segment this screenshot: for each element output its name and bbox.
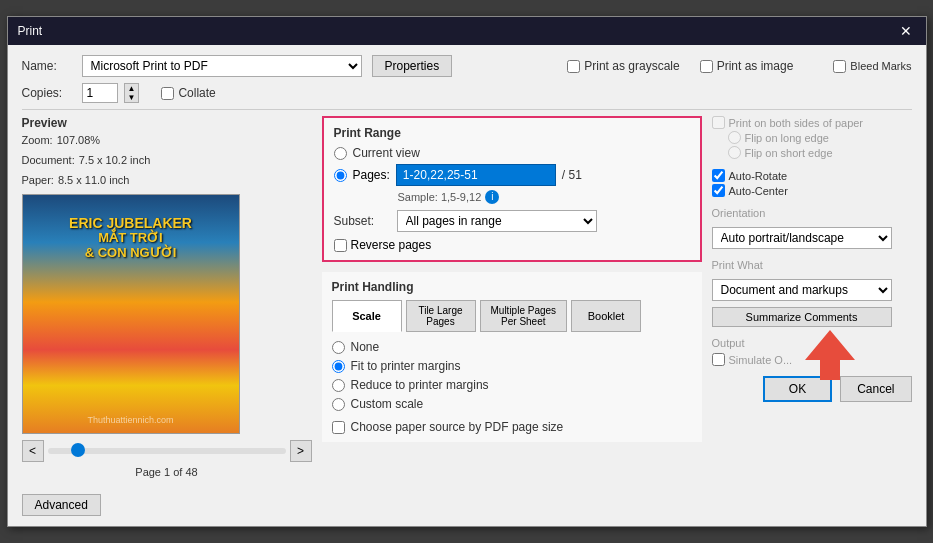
print-range-title: Print Range [334,126,690,140]
copies-spinner[interactable]: ▲ ▼ [124,83,140,103]
current-view-row: Current view [334,146,690,160]
paper-row: Paper: 8.5 x 11.0 inch [22,174,312,188]
auto-section: Auto-Rotate Auto-Center [712,169,912,197]
document-value: 7.5 x 10.2 inch [79,154,151,166]
reverse-pages-checkbox[interactable] [334,239,347,252]
prev-page-button[interactable]: < [22,440,44,462]
dialog-body: Name: Microsoft Print to PDF Properties … [8,45,926,526]
radio-custom[interactable] [332,398,345,411]
preview-panel: Preview Zoom: 107.08% Document: 7.5 x 10… [22,116,312,516]
divider-top [22,109,912,110]
both-sides-checkbox[interactable]: Print on both sides of paper [712,116,912,129]
page-slider-thumb [71,443,85,457]
right-panel: Print on both sides of paper Flip on lon… [712,116,912,516]
preview-label: Preview [22,116,312,130]
pages-total: / 51 [562,168,582,182]
close-button[interactable]: ✕ [896,23,916,39]
radio-reduce[interactable] [332,379,345,392]
middle-panel: Print Range Current view Pages: 1-20,22,… [322,116,702,516]
pagination-row: < > [22,440,312,462]
ok-cancel-row: OK Cancel [712,376,912,408]
printer-label: Name: [22,59,82,73]
option-none: None [332,340,692,354]
advanced-button[interactable]: Advanced [22,494,101,516]
choose-paper-checkbox[interactable] [332,421,345,434]
pages-radio-label: Pages: [353,168,390,182]
tab-booklet[interactable]: Booklet [571,300,641,332]
label-none: None [351,340,380,354]
collate-checkbox[interactable]: Collate [161,86,215,100]
dialog-title: Print [18,24,43,38]
subset-select[interactable]: All pages in rangeOdd pages onlyEven pag… [397,210,597,232]
orientation-select[interactable]: Auto portrait/landscapePortraitLandscape [712,227,892,249]
flip-long-label: Flip on long edge [745,132,829,144]
page-info: Page 1 of 48 [22,466,312,478]
copies-input-group: 1 ▲ ▼ Collate [82,83,216,103]
copies-up-arrow[interactable]: ▲ [125,84,139,93]
copies-row: Copies: 1 ▲ ▼ Collate [22,83,912,103]
bleed-marks-checkbox[interactable]: Bleed Marks [833,60,911,73]
svg-marker-0 [805,330,855,380]
print-what-section: Print What Document and markupsDocument … [712,259,912,327]
auto-rotate-checkbox[interactable]: Auto-Rotate [712,169,912,182]
label-custom: Custom scale [351,397,424,411]
current-view-label: Current view [353,146,420,160]
option-custom: Custom scale [332,397,692,411]
main-content: Preview Zoom: 107.08% Document: 7.5 x 10… [22,116,912,516]
book-cover: ERIC JUBELAKER MẮT TRỜI& CON NGƯỜI Thuth… [23,195,239,433]
tab-scale[interactable]: Scale [332,300,402,332]
radio-fit[interactable] [332,360,345,373]
sample-row: Sample: 1,5-9,12 i [398,190,690,204]
orientation-section: Orientation Auto portrait/landscapePortr… [712,207,912,249]
book-title-overlay: ERIC JUBELAKER [69,215,192,231]
print-what-title: Print What [712,259,912,271]
red-arrow [800,330,860,380]
copies-input[interactable]: 1 [82,83,118,103]
both-sides-section: Print on both sides of paper Flip on lon… [712,116,912,159]
info-icon[interactable]: i [485,190,499,204]
properties-button[interactable]: Properties [372,55,453,77]
label-fit: Fit to printer margins [351,359,461,373]
copies-down-arrow[interactable]: ▼ [125,93,139,102]
both-sides-label: Print on both sides of paper [729,117,864,129]
choose-paper-label: Choose paper source by PDF page size [351,420,564,434]
tab-multiple-pages[interactable]: Multiple Pages Per Sheet [480,300,568,332]
pages-radio[interactable] [334,169,347,182]
label-reduce: Reduce to printer margins [351,378,489,392]
zoom-value: 107.08% [57,134,100,146]
print-handling-title: Print Handling [332,280,692,294]
document-label: Document: [22,154,75,166]
printer-select[interactable]: Microsoft Print to PDF [82,55,362,77]
print-what-select[interactable]: Document and markupsDocument onlyForm fi… [712,279,892,301]
page-slider[interactable] [48,448,286,454]
pages-input[interactable]: 1-20,22,25-51 [396,164,556,186]
handling-options: None Fit to printer margins Reduce to pr… [332,340,692,434]
zoom-row: Zoom: 107.08% [22,134,312,148]
pages-row: Pages: 1-20,22,25-51 / 51 [334,164,690,186]
current-view-radio[interactable] [334,147,347,160]
simulate-label: Simulate O... [729,354,793,366]
print-handling-box: Print Handling Scale Tile Large Pages Mu… [322,272,702,442]
choose-paper-row: Choose paper source by PDF page size [332,420,692,434]
next-page-button[interactable]: > [290,440,312,462]
summarize-button[interactable]: Summarize Comments [712,307,892,327]
radio-none[interactable] [332,341,345,354]
document-row: Document: 7.5 x 10.2 inch [22,154,312,168]
sample-label: Sample: 1,5-9,12 [398,191,482,203]
print-grayscale-checkbox[interactable]: Print as grayscale [567,59,679,73]
flip-long-radio[interactable]: Flip on long edge [728,131,912,144]
reverse-row: Reverse pages [334,238,690,252]
auto-center-checkbox[interactable]: Auto-Center [712,184,912,197]
option-fit: Fit to printer margins [332,359,692,373]
zoom-label: Zoom: [22,134,53,146]
tab-tile-large[interactable]: Tile Large Pages [406,300,476,332]
flip-short-label: Flip on short edge [745,147,833,159]
subset-label: Subset: [334,214,389,228]
advanced-btn-row: Advanced [22,486,312,516]
flip-short-radio[interactable]: Flip on short edge [728,146,912,159]
book-subtitle-overlay: MẮT TRỜI& CON NGƯỜI [85,230,177,260]
handling-tabs: Scale Tile Large Pages Multiple Pages Pe… [332,300,692,332]
print-image-checkbox[interactable]: Print as image [700,59,794,73]
paper-value: 8.5 x 11.0 inch [58,174,130,186]
auto-rotate-label: Auto-Rotate [729,170,788,182]
